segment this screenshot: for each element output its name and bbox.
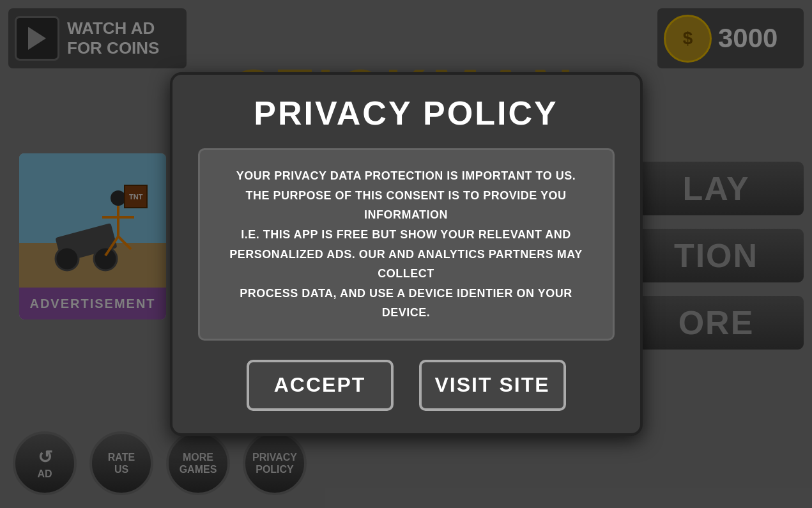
accept-button[interactable]: ACCEPT — [247, 360, 394, 411]
modal-overlay: PRIVACY POLICY YOUR PRIVACY DATA PROTECT… — [0, 0, 812, 508]
accept-button-label: ACCEPT — [274, 373, 366, 397]
modal-title: PRIVACY POLICY — [198, 94, 615, 132]
visit-site-button[interactable]: VISIT SITE — [419, 360, 566, 411]
modal-buttons: ACCEPT VISIT SITE — [198, 360, 615, 411]
privacy-policy-modal: PRIVACY POLICY YOUR PRIVACY DATA PROTECT… — [170, 72, 643, 436]
modal-content-box: YOUR PRIVACY DATA PROTECTION IS IMPORTAN… — [198, 148, 615, 341]
modal-body-text: YOUR PRIVACY DATA PROTECTION IS IMPORTAN… — [219, 166, 594, 323]
visit-site-button-label: VISIT SITE — [434, 373, 549, 397]
